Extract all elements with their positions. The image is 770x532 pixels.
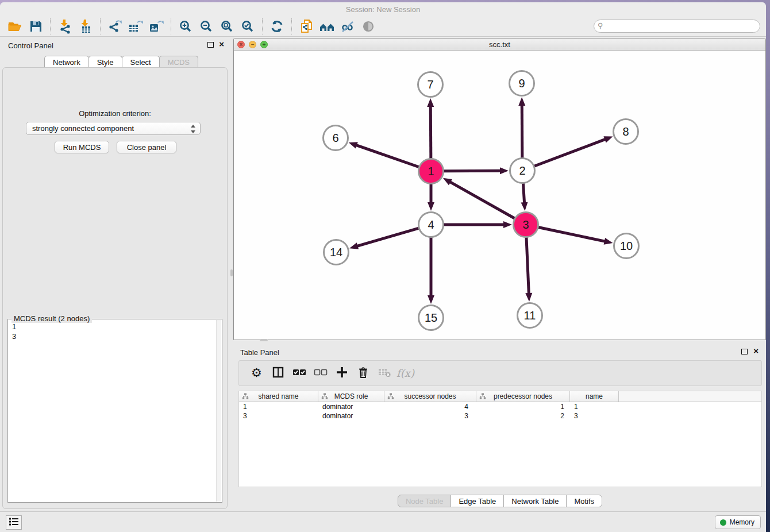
network-canvas[interactable]: 7968124314101511 xyxy=(234,51,765,340)
memory-button[interactable]: Memory xyxy=(715,515,761,529)
table-panel-header: Table Panel × xyxy=(233,344,766,361)
graph-edge-4-14[interactable] xyxy=(357,228,418,246)
open-session-button[interactable] xyxy=(5,17,25,36)
control-panel-title: Control Panel xyxy=(8,41,53,50)
show-panels-button[interactable] xyxy=(6,515,22,530)
horizontal-splitter-grip[interactable] xyxy=(260,339,268,341)
export-image-button[interactable] xyxy=(146,17,167,36)
tab-style[interactable]: Style xyxy=(88,56,122,68)
close-panel-icon[interactable]: × xyxy=(219,39,224,49)
show-eye-icon xyxy=(361,20,375,33)
zoom-in-button[interactable] xyxy=(175,17,196,36)
zoom-out-button[interactable] xyxy=(196,17,217,36)
function-builder-button[interactable]: f(x) xyxy=(395,363,416,384)
column-label: MCDS role xyxy=(334,392,368,400)
toolbar-separator xyxy=(171,18,171,34)
graph-edge-2-9[interactable] xyxy=(522,105,522,158)
table-settings-button[interactable]: ⚙ xyxy=(246,363,267,384)
column-header-name[interactable]: name xyxy=(570,391,619,402)
graph-edge-2-3[interactable] xyxy=(523,183,524,203)
network-from-selection-button[interactable] xyxy=(296,17,317,36)
export-network-icon xyxy=(107,19,122,34)
show-all-button[interactable] xyxy=(358,17,379,36)
zoom-selected-button[interactable] xyxy=(237,17,258,36)
graph-edge-1-2[interactable] xyxy=(444,171,500,171)
graph-node-label-9: 9 xyxy=(518,77,525,90)
tree-icon xyxy=(321,393,328,402)
fx-icon: f(x) xyxy=(396,367,414,379)
float-panel-icon[interactable] xyxy=(207,42,214,48)
tab-node-table[interactable]: Node Table xyxy=(398,495,452,507)
save-session-button[interactable] xyxy=(25,17,46,36)
tab-motifs[interactable]: Motifs xyxy=(566,495,602,507)
import-table-button[interactable] xyxy=(75,17,96,36)
node-table: shared name MCDS role successor nodes pr… xyxy=(238,391,762,487)
delete-column-button[interactable] xyxy=(352,363,374,384)
close-table-panel-icon[interactable]: × xyxy=(753,346,759,356)
result-scrollbar[interactable] xyxy=(216,320,221,502)
table-header-row: shared name MCDS role successor nodes pr… xyxy=(239,391,761,402)
table-row[interactable]: 1 dominator 4 1 1 xyxy=(239,402,761,411)
table-delete-icon xyxy=(378,367,391,380)
criterion-select[interactable]: strongly connected component xyxy=(26,122,201,135)
tree-icon xyxy=(387,393,394,402)
column-label: predecessor nodes xyxy=(494,392,552,400)
tab-network-table[interactable]: Network Table xyxy=(503,495,567,507)
close-panel-button[interactable]: Close panel xyxy=(117,141,176,153)
minimize-window-icon[interactable]: – xyxy=(249,41,256,48)
column-label: name xyxy=(586,392,603,400)
table-panel: Table Panel × ⚙ xyxy=(233,344,766,511)
toggle-columns-button[interactable] xyxy=(267,363,288,384)
columns-icon xyxy=(272,366,284,380)
network-window: × – + scc.txt 7968124314101511 xyxy=(233,38,766,340)
hide-selection-button[interactable] xyxy=(337,17,358,36)
delete-table-button[interactable] xyxy=(374,363,395,384)
tab-select[interactable]: Select xyxy=(122,56,160,68)
search-icon: ⚲ xyxy=(598,21,603,30)
status-bar: Memory xyxy=(0,511,766,532)
apply-layout-button[interactable] xyxy=(267,17,287,36)
select-all-columns-button[interactable] xyxy=(288,363,310,384)
first-neighbors-button[interactable] xyxy=(317,17,337,36)
refresh-icon xyxy=(270,20,284,33)
list-icon xyxy=(8,517,20,528)
graph-edge-2-8[interactable] xyxy=(534,139,606,166)
tab-network[interactable]: Network xyxy=(44,56,89,68)
export-table-button[interactable] xyxy=(125,17,146,36)
unchecked-boxes-icon xyxy=(314,368,328,378)
mcds-result-text[interactable]: 1 3 xyxy=(8,321,216,502)
graph-node-label-15: 15 xyxy=(425,311,437,324)
graph-edge-1-6[interactable] xyxy=(356,145,419,167)
column-header-shared-name[interactable]: shared name xyxy=(239,391,318,402)
graph-edge-3-1[interactable] xyxy=(450,182,515,219)
cell-mcds-role: dominator xyxy=(318,403,384,411)
optimization-criterion-label: Optimization criterion: xyxy=(3,109,227,118)
graph-edge-3-10[interactable] xyxy=(538,228,605,242)
column-header-mcds-role[interactable]: MCDS role xyxy=(318,391,384,402)
zoom-in-icon xyxy=(179,20,192,33)
close-window-icon[interactable]: × xyxy=(237,41,245,48)
toolbar-separator xyxy=(100,18,101,34)
control-panel-header: Control Panel × xyxy=(0,37,230,54)
graph-edge-3-11[interactable] xyxy=(526,237,529,294)
graph-edge-1-7[interactable] xyxy=(430,106,431,159)
export-network-button[interactable] xyxy=(105,17,125,36)
new-column-button[interactable] xyxy=(331,363,352,384)
table-row[interactable]: 3 dominator 3 2 3 xyxy=(239,411,761,421)
maximize-window-icon[interactable]: + xyxy=(260,41,268,48)
tab-edge-table[interactable]: Edge Table xyxy=(451,495,504,507)
window-title: Session: New Session xyxy=(346,5,420,14)
zoom-fit-button[interactable] xyxy=(217,17,237,36)
gear-icon: ⚙ xyxy=(251,367,262,379)
cell-successor-nodes: 3 xyxy=(384,412,476,420)
column-header-successor-nodes[interactable]: successor nodes xyxy=(384,391,476,402)
search-input[interactable] xyxy=(594,20,760,33)
run-mcds-button[interactable]: Run MCDS xyxy=(55,141,109,153)
tab-mcds[interactable]: MCDS xyxy=(159,56,198,68)
deselect-all-columns-button[interactable] xyxy=(310,363,331,384)
float-table-panel-icon[interactable] xyxy=(741,349,748,354)
graph-node-label-10: 10 xyxy=(620,240,633,252)
column-header-predecessor-nodes[interactable]: predecessor nodes xyxy=(476,391,570,402)
neighbors-houses-icon xyxy=(319,20,335,33)
import-network-button[interactable] xyxy=(55,17,75,36)
